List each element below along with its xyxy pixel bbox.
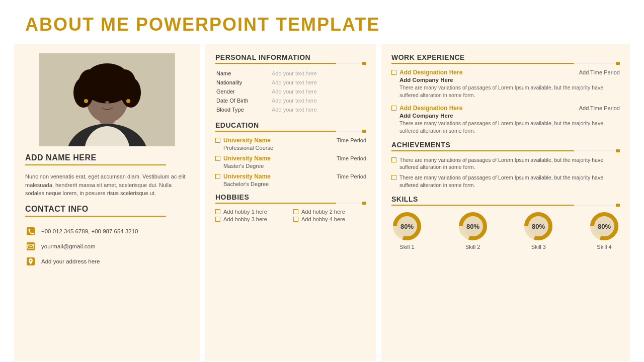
email-text: yourmail@gmail.com <box>41 243 96 249</box>
field-label: Date Of Birth <box>215 96 271 105</box>
field-label: Gender <box>215 87 271 96</box>
field-label: Blood Type <box>215 105 271 114</box>
skills-section: SKILLS 80% Skill 1 80% Skill 2 80% Skill… <box>391 195 620 250</box>
profile-name: ADD NAME HERE <box>25 153 189 162</box>
svg-text:80%: 80% <box>466 223 479 230</box>
svg-text:80%: 80% <box>532 223 545 230</box>
work-company: Add Company Here <box>399 77 620 83</box>
edu-university: University Name <box>223 137 271 144</box>
edu-degree: Bachelor's Degree <box>215 181 366 187</box>
svg-point-14 <box>105 101 109 104</box>
work-designation: Add Designation Here <box>391 105 462 112</box>
work-experience-section: WORK EXPERIENCE Add Designation Here Add… <box>391 53 620 135</box>
skill-item: 80% Skill 1 <box>391 211 423 250</box>
field-value: Add your text here <box>271 78 366 87</box>
skill-chart: 80% <box>523 211 554 242</box>
hobby-item: Add hobby 4 here <box>293 216 366 222</box>
email-icon <box>25 241 36 252</box>
hobby-label: Add hobby 1 here <box>223 209 267 215</box>
skill-label: Skill 3 <box>531 244 546 250</box>
contact-address: Add your address here <box>25 256 189 267</box>
skill-label: Skill 4 <box>597 244 611 250</box>
left-panel: ADD NAME HERE Nunc non venenatis erat, e… <box>14 44 200 361</box>
contact-email: yourmail@gmail.com <box>25 241 189 252</box>
skill-item: 80% Skill 4 <box>589 211 620 250</box>
achievement-item: There are many variations of passages of… <box>391 174 620 189</box>
edu-checkbox <box>215 174 220 179</box>
hobby-checkbox <box>215 217 220 222</box>
svg-point-15 <box>84 99 88 103</box>
location-icon <box>25 256 36 267</box>
edu-period: Time Period <box>337 155 366 161</box>
field-value: Add your text here <box>271 87 366 96</box>
achievement-checkbox <box>391 157 396 162</box>
svg-text:80%: 80% <box>598 223 611 230</box>
bio-text: Nunc non venenatis erat, eget accumsan d… <box>25 172 189 198</box>
work-period: Add Time Period <box>579 105 620 111</box>
personal-info-line <box>215 63 366 64</box>
work-item: Add Designation Here Add Time Period Add… <box>391 69 620 99</box>
work-description: There are many variations of passages of… <box>391 84 620 99</box>
achievements-title: ACHIEVEMENTS <box>391 141 620 149</box>
phone-icon <box>25 226 36 237</box>
hobby-label: Add hobby 4 here <box>301 216 345 222</box>
name-section: ADD NAME HERE <box>25 153 189 169</box>
field-label: Name <box>215 69 271 78</box>
work-designation: Add Designation Here <box>391 69 462 76</box>
edu-checkbox <box>215 156 220 161</box>
education-item: University Name Time Period Master's Deg… <box>215 155 366 169</box>
svg-text:80%: 80% <box>400 223 414 230</box>
education-item: University Name Time Period Professional… <box>215 137 366 151</box>
skill-label: Skill 2 <box>465 244 480 250</box>
achievement-item: There are many variations of passages of… <box>391 156 620 171</box>
svg-point-21 <box>30 259 32 261</box>
field-value: Add your text here <box>271 105 366 114</box>
hobby-item: Add hobby 2 here <box>293 209 366 215</box>
skill-item: 80% Skill 2 <box>457 211 489 250</box>
education-line <box>215 131 366 132</box>
education-section: EDUCATION University Name Time Period Pr… <box>215 121 366 187</box>
personal-info-row: GenderAdd your text here <box>215 87 366 96</box>
work-checkbox <box>391 70 396 75</box>
contact-items: +00 012 345 6789, +00 987 654 3210 yourm… <box>25 226 189 267</box>
svg-point-11 <box>87 63 127 88</box>
skills-row: 80% Skill 1 80% Skill 2 80% Skill 3 80% … <box>391 211 620 250</box>
hobby-label: Add hobby 3 here <box>223 216 267 222</box>
edu-checkbox <box>215 138 220 143</box>
contact-title: CONTACT INFO <box>25 205 189 214</box>
work-line <box>391 63 620 64</box>
skill-chart: 80% <box>457 211 489 242</box>
personal-info-section: PERSONAL INFORMATION NameAdd your text h… <box>215 53 366 114</box>
work-description: There are many variations of passages of… <box>391 120 620 134</box>
contact-phone: +00 012 345 6789, +00 987 654 3210 <box>25 226 189 237</box>
page-title: ABOUT ME POWERPOINT TEMPLATE <box>0 0 644 44</box>
achievements-line <box>391 150 620 151</box>
work-item: Add Designation Here Add Time Period Add… <box>391 105 620 134</box>
skill-item: 80% Skill 3 <box>523 211 554 250</box>
edu-degree: Master's Degree <box>215 163 366 169</box>
personal-info-title: PERSONAL INFORMATION <box>215 53 366 61</box>
name-divider <box>25 164 166 165</box>
phone-text: +00 012 345 6789, +00 987 654 3210 <box>41 228 138 234</box>
skill-chart: 80% <box>391 211 423 242</box>
personal-info-row: NameAdd your text here <box>215 69 366 78</box>
hobby-item: Add hobby 3 here <box>215 216 288 222</box>
svg-point-12 <box>98 96 103 100</box>
skills-line <box>391 205 620 206</box>
right-panel: WORK EXPERIENCE Add Designation Here Add… <box>381 44 630 361</box>
education-title: EDUCATION <box>215 121 366 129</box>
personal-info-row: Blood TypeAdd your text here <box>215 105 366 114</box>
education-list: University Name Time Period Professional… <box>215 137 366 187</box>
achievements-list: There are many variations of passages of… <box>391 156 620 189</box>
skill-label: Skill 1 <box>399 244 414 250</box>
hobby-checkbox <box>293 209 298 214</box>
hobby-checkbox <box>293 217 298 222</box>
skills-title: SKILLS <box>391 195 620 203</box>
work-title: WORK EXPERIENCE <box>391 53 620 61</box>
edu-university: University Name <box>223 173 271 180</box>
hobby-item: Add hobby 1 here <box>215 209 288 215</box>
edu-period: Time Period <box>337 137 366 143</box>
work-checkbox <box>391 106 396 111</box>
personal-info-table: NameAdd your text hereNationalityAdd you… <box>215 69 366 114</box>
hobbies-line <box>215 203 366 204</box>
